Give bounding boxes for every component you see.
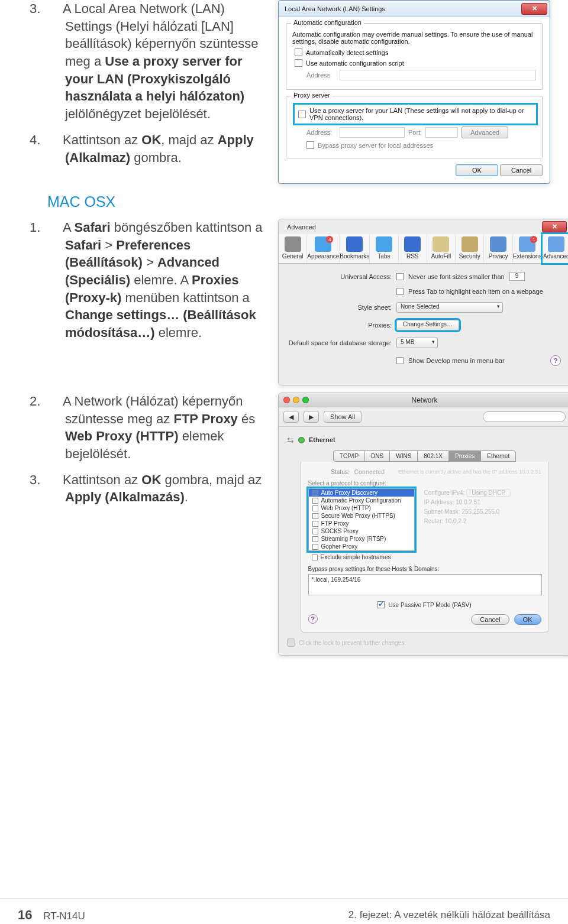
tab-extensions[interactable]: 1Extensions: [513, 234, 543, 263]
db-storage-select[interactable]: 5 MB: [396, 338, 438, 348]
lock-text: Click the lock to prevent further change…: [299, 640, 406, 646]
checkbox-icon: [306, 141, 314, 149]
mac-osx-heading: MAC OSX: [47, 193, 550, 210]
proxies-label: Proxies:: [288, 322, 392, 329]
tab-label: Appearance: [307, 253, 339, 260]
develop-menu-checkbox[interactable]: [396, 357, 404, 364]
instruction-step-3: 3.A Local Area Network (LAN) Settings (H…: [47, 0, 266, 123]
checkbox-icon: [298, 111, 306, 118]
ok-button[interactable]: OK: [456, 164, 498, 176]
tab-general[interactable]: General: [279, 234, 307, 263]
tab-label: Bookmarks: [340, 253, 369, 260]
bypass-label: Bypass proxy settings for these Hosts & …: [308, 566, 541, 572]
tab-autofill[interactable]: AutoFill: [427, 234, 456, 263]
pasv-checkbox[interactable]: [377, 601, 385, 608]
status-note: Ethernet is currently active and has the…: [389, 469, 541, 475]
help-button[interactable]: ?: [308, 614, 318, 624]
close-icon: ✕: [552, 223, 557, 231]
protocol-row[interactable]: Streaming Proxy (RTSP): [309, 535, 414, 543]
step-number: 2.: [47, 393, 63, 410]
protocol-row[interactable]: Auto Proxy Discovery: [309, 489, 414, 497]
model-name: RT-N14U: [43, 910, 85, 922]
minimize-icon: [293, 397, 299, 403]
window-title: Advanced: [287, 223, 316, 231]
tab-wins[interactable]: WINS: [389, 450, 417, 462]
tab-privacy[interactable]: Privacy: [484, 234, 512, 263]
tab-advanced[interactable]: Advanced: [543, 234, 568, 263]
close-icon: ✕: [532, 5, 537, 12]
address-input[interactable]: [340, 70, 536, 80]
change-settings-button[interactable]: Change Settings…: [396, 320, 459, 330]
proxy-port-label: Port:: [408, 129, 422, 136]
protocol-label: Auto Proxy Discovery: [321, 489, 378, 496]
search-input[interactable]: [483, 411, 566, 422]
select-protocol-label: Select a protocol to configure:: [308, 480, 541, 487]
exclude-hostnames-checkbox[interactable]: [312, 555, 318, 560]
protocol-label: Streaming Proxy (RTSP): [321, 536, 386, 542]
tab-bookmarks[interactable]: Bookmarks: [340, 234, 370, 263]
close-button[interactable]: ✕: [521, 3, 547, 15]
font-size-checkbox[interactable]: [396, 273, 404, 280]
mac-step-1: 1.A Safari böngészőben kattintson a Safa…: [47, 219, 266, 342]
tab-8021x[interactable]: 802.1X: [417, 450, 448, 462]
ok-button[interactable]: OK: [514, 614, 541, 625]
protocol-label: Secure Web Proxy (HTTPS): [321, 513, 395, 519]
bookmarks-icon: [346, 236, 363, 252]
tab-label: Privacy: [489, 253, 508, 260]
bypass-input[interactable]: *.local, 169.254/16: [308, 574, 542, 595]
cancel-button[interactable]: Cancel: [471, 614, 509, 625]
tab-tcpip[interactable]: TCP/IP: [333, 450, 364, 462]
show-all-button[interactable]: Show All: [324, 411, 362, 423]
tab-security[interactable]: Security: [456, 234, 484, 263]
checkbox-icon: [312, 513, 318, 519]
stylesheet-select[interactable]: None Selected: [396, 302, 503, 313]
cancel-button[interactable]: Cancel: [500, 164, 543, 176]
close-icon: [283, 397, 290, 403]
forward-button[interactable]: ▶: [304, 411, 319, 423]
tab-label: Extensions: [513, 253, 542, 260]
group-title: Automatic configuration: [291, 19, 364, 26]
help-button[interactable]: ?: [550, 355, 561, 366]
status-dot-icon: [298, 437, 305, 443]
tab-tabs[interactable]: Tabs: [370, 234, 398, 263]
dialog-title: Local Area Network (LAN) Settings: [285, 5, 385, 12]
ethernet-sidebar-item[interactable]: ⇆ Ethernet: [287, 435, 562, 445]
proxy-port-input[interactable]: [425, 127, 458, 138]
tab-highlight-checkbox[interactable]: [396, 288, 404, 295]
lock-icon[interactable]: [287, 638, 295, 647]
close-button[interactable]: ✕: [542, 221, 567, 232]
protocol-label: Web Proxy (HTTP): [321, 505, 371, 511]
protocol-list[interactable]: Auto Proxy DiscoveryAutomatic Proxy Conf…: [308, 488, 415, 551]
protocol-row[interactable]: Web Proxy (HTTP): [309, 504, 414, 512]
protocol-row[interactable]: SOCKS Proxy: [309, 527, 414, 535]
step-number: 1.: [47, 219, 63, 236]
tab-rss[interactable]: RSS: [399, 234, 427, 263]
tab-dns[interactable]: DNS: [364, 450, 389, 462]
status-label: Status:: [308, 469, 350, 475]
back-button[interactable]: ◀: [283, 411, 299, 423]
auto-script-checkbox[interactable]: Use automatic configuration script: [295, 59, 536, 67]
tab-appearance[interactable]: 4Appearance: [307, 234, 340, 263]
protocol-row[interactable]: Secure Web Proxy (HTTPS): [309, 512, 414, 520]
use-proxy-checkbox[interactable]: Use a proxy server for your LAN (These s…: [295, 105, 536, 124]
status-value: Connected: [354, 469, 385, 475]
proxy-address-input[interactable]: [340, 127, 405, 138]
protocol-row[interactable]: FTP Proxy: [309, 520, 414, 527]
mac-step-2: 2.A Network (Hálózat) képernyőn szüntess…: [47, 393, 266, 463]
checkbox-icon: [312, 529, 318, 534]
window-controls[interactable]: [283, 397, 309, 403]
protocol-row[interactable]: Gopher Proxy: [309, 543, 414, 550]
window-title: Network: [411, 396, 437, 404]
protocol-row[interactable]: Automatic Proxy Configuration: [309, 497, 414, 504]
tab-ethernet[interactable]: Ethernet: [480, 450, 516, 462]
tab-proxies[interactable]: Proxies: [448, 450, 480, 462]
checkbox-icon: [312, 498, 318, 504]
auto-detect-checkbox[interactable]: Automatically detect settings: [295, 48, 536, 56]
badge: 4: [326, 236, 333, 243]
bypass-local-checkbox[interactable]: Bypass proxy server for local addresses: [306, 141, 536, 149]
font-size-input[interactable]: 9: [509, 272, 525, 281]
mac-network-prefs: Network ◀ ▶ Show All ⇆ Ethernet TCP/IPDN: [278, 393, 568, 656]
advanced-button[interactable]: Advanced: [462, 127, 508, 138]
general-icon: [285, 236, 301, 252]
tab-label: Advanced: [543, 253, 568, 260]
